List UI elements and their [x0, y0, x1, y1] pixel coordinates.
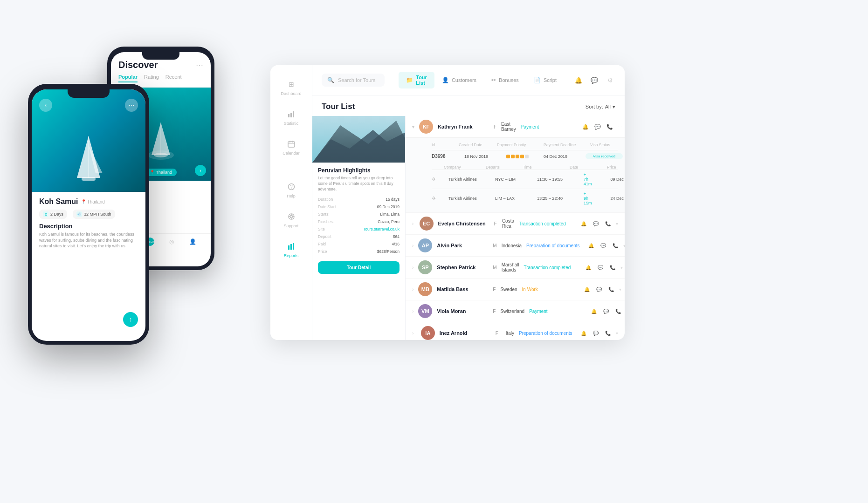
- avatar-5: IA: [421, 326, 435, 340]
- deposit-value: $64: [393, 234, 400, 239]
- pf-scroll-button[interactable]: ↑: [123, 312, 138, 327]
- tab-rating[interactable]: Rating: [144, 74, 159, 82]
- bell-icon-3[interactable]: 🔔: [583, 285, 591, 293]
- bell-icon-kathryn[interactable]: 🔔: [581, 122, 590, 131]
- tab-popular[interactable]: Popular: [118, 74, 138, 82]
- bell-icon-5[interactable]: 🔔: [579, 329, 588, 337]
- pb-nav-map[interactable]: ◎: [167, 238, 176, 246]
- tab-bonuses[interactable]: ✂ Bonuses: [484, 72, 526, 88]
- site-value: Tours.statravel.co.uk: [363, 227, 400, 231]
- search-box[interactable]: 🔍 Search for Tours: [322, 74, 385, 87]
- chat-icon[interactable]: 💬: [589, 75, 599, 85]
- alert-icon[interactable]: 🔔: [573, 75, 584, 85]
- phone-icon-1[interactable]: 📞: [611, 241, 620, 250]
- chat-icon-4[interactable]: 💬: [602, 307, 610, 315]
- flight-add-1[interactable]: + 7h 41m: [584, 172, 592, 186]
- customer-actions-5: 🔔 💬 📞 ▾: [579, 329, 618, 337]
- booking-id: D3698: [432, 154, 455, 159]
- chat-icon-kathryn[interactable]: 💬: [593, 122, 602, 131]
- header-priority: Payment Priority: [497, 143, 539, 147]
- tab-recent[interactable]: Recent: [165, 74, 182, 82]
- bar-1: [506, 155, 510, 158]
- tour-info: Peruvian Highlights Let the good times r…: [312, 163, 405, 279]
- expand-icon-5: ›: [412, 331, 416, 336]
- phone-icon-4[interactable]: 📞: [614, 307, 622, 315]
- customer-row-main-kathryn[interactable]: ▾ KF Kathryn Frank F East Barney Payment…: [406, 116, 625, 137]
- customer-row-4[interactable]: › VM Viola Moran F Switzerland Payment 🔔…: [406, 300, 625, 322]
- pf-menu-button[interactable]: ⋯: [125, 99, 138, 112]
- list-title: Tour List: [322, 102, 355, 111]
- pf-content: Koh Samui 📍 Thailand 🗓 2 Days 💨 32 MPH S…: [32, 192, 145, 255]
- customer-name-kathryn: Kathryn Frank: [438, 124, 489, 129]
- list-header: Tour List Sort by: All ▾: [312, 95, 625, 116]
- pb-nav-profile[interactable]: 👤: [188, 238, 197, 246]
- pf-country: 📍 Thailand: [81, 199, 105, 204]
- customer-country-1: Indonesia: [502, 243, 522, 248]
- avatar-0: EC: [420, 217, 434, 231]
- chat-icon-0[interactable]: 💬: [592, 219, 600, 228]
- starts-value: Lima, Lima: [380, 212, 400, 217]
- flight-add-2[interactable]: + 9h 15m: [584, 191, 592, 205]
- customer-row-3[interactable]: › MB Matilda Bass F Sweden In Work 🔔 💬 📞…: [406, 279, 625, 300]
- customer-row-1[interactable]: › AP Alvin Park M Indonesia Preparation …: [406, 235, 625, 257]
- sidebar-item-support[interactable]: Support: [275, 207, 308, 233]
- customer-gender-3: F: [493, 287, 496, 292]
- search-input[interactable]: Search for Tours: [338, 77, 376, 83]
- chat-icon-5[interactable]: 💬: [592, 329, 600, 337]
- bell-icon-1[interactable]: 🔔: [587, 241, 595, 250]
- bell-icon-0[interactable]: 🔔: [579, 219, 588, 228]
- customer-actions-4: 🔔 💬 📞 ▾: [590, 307, 625, 315]
- customer-row-0[interactable]: › EC Evelyn Christensen F Costa Rica Tra…: [406, 213, 625, 235]
- expand-icon-kathryn: ▾: [412, 124, 414, 129]
- customer-status-kathryn: Payment: [521, 124, 577, 129]
- phone-icon-kathryn[interactable]: 📞: [606, 122, 614, 131]
- flight-row-2: ✈ Turkish Airlines LIM – LAX 13:25 – 22:…: [432, 189, 618, 208]
- customers-icon: 👤: [442, 77, 449, 83]
- customer-row-2[interactable]: › SP Stephen Patrick M Marshall Islands …: [406, 257, 625, 279]
- svg-rect-9: [290, 113, 292, 117]
- tour-duration-row: Duration 15 days: [318, 197, 400, 202]
- tour-name: Peruvian Highlights: [318, 167, 400, 174]
- phone-icon-0[interactable]: 📞: [604, 219, 612, 228]
- sidebar-item-statistic[interactable]: Statistic: [275, 104, 308, 130]
- chat-icon-2[interactable]: 💬: [596, 263, 605, 272]
- flight-time-header: Time: [523, 165, 560, 170]
- chevron-0: ▾: [616, 221, 618, 226]
- sidebar-item-dashboard[interactable]: ⊞ Dashboard: [275, 75, 308, 101]
- finishes-label: Finishes:: [318, 219, 334, 224]
- chat-icon-3[interactable]: 💬: [595, 285, 603, 293]
- tour-detail: Peruvian Highlights Let the good times r…: [312, 116, 406, 340]
- tab-customers[interactable]: 👤 Customers: [434, 72, 484, 88]
- simple-customer-rows: › EC Evelyn Christensen F Costa Rica Tra…: [406, 213, 625, 340]
- nav-actions: 🔔 💬 ⚙: [573, 75, 615, 85]
- customer-expanded-detail: Id Created Date Payment Priority Payment…: [406, 137, 625, 212]
- customer-actions-kathryn: 🔔 💬 📞 ⋯: [581, 122, 622, 131]
- bell-icon-2[interactable]: 🔔: [584, 263, 592, 272]
- chat-icon-1[interactable]: 💬: [599, 241, 607, 250]
- sidebar-item-calendar[interactable]: Calendar: [275, 134, 308, 160]
- sidebar-item-help[interactable]: ? Help: [275, 177, 308, 203]
- discover-menu-icon[interactable]: ⋯: [196, 61, 203, 69]
- bell-icon-4[interactable]: 🔔: [590, 307, 598, 315]
- tour-detail-button[interactable]: Tour Detail: [318, 261, 400, 274]
- bar-4: [520, 155, 524, 158]
- phone-icon-2[interactable]: 📞: [608, 263, 617, 272]
- customer-row-5[interactable]: › IA Inez Arnold F Italy Preparation of …: [406, 322, 625, 340]
- pf-back-button[interactable]: ‹: [39, 99, 52, 112]
- sidebar-item-reports[interactable]: Reports: [275, 237, 308, 263]
- svg-point-18: [290, 216, 292, 218]
- bar-5: [525, 155, 529, 158]
- pf-city-name: Koh Samui: [39, 197, 78, 206]
- sort-control[interactable]: Sort by: All ▾: [586, 104, 615, 110]
- avatar-3: MB: [418, 282, 432, 296]
- tab-script[interactable]: 📄 Script: [526, 72, 564, 88]
- customer-actions-2: 🔔 💬 📞 ▾: [584, 263, 623, 272]
- pb-next-button[interactable]: ›: [195, 165, 206, 176]
- customer-name-1: Alvin Park: [437, 243, 488, 248]
- statistic-icon: [286, 109, 296, 119]
- phone-icon-3[interactable]: 📞: [607, 285, 615, 293]
- tab-tour-list[interactable]: 📁 Tour List: [399, 72, 434, 88]
- phone-icon-5[interactable]: 📞: [604, 329, 612, 337]
- customer-status-0: Transaction completed: [519, 221, 575, 226]
- settings-icon[interactable]: ⚙: [605, 75, 615, 85]
